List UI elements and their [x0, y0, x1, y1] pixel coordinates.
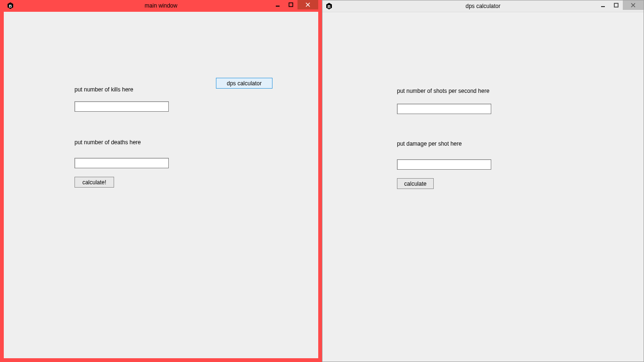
maximize-button[interactable]	[610, 0, 623, 10]
damage-per-shot-label: put damage per shot here	[397, 140, 462, 147]
maximize-button[interactable]	[284, 0, 297, 9]
svg-rect-2	[276, 6, 280, 7]
close-button[interactable]	[297, 0, 318, 9]
svg-rect-3	[289, 3, 293, 7]
svg-rect-8	[601, 6, 605, 7]
shots-per-second-input[interactable]	[397, 104, 491, 114]
client-area: put number of shots per second here put …	[322, 12, 644, 362]
dps-calculator-window: B dps calculator put number of shots per…	[322, 0, 644, 362]
titlebar[interactable]: B main window	[4, 0, 318, 12]
close-button[interactable]	[623, 0, 644, 10]
main-window: B main window dps calculator put number …	[0, 0, 322, 362]
window-controls	[271, 0, 318, 9]
kills-input[interactable]	[74, 101, 169, 112]
calculate-button[interactable]: calculate	[397, 178, 434, 189]
dps-calculator-button[interactable]: dps calculator	[216, 78, 272, 89]
deaths-input[interactable]	[74, 158, 169, 168]
svg-rect-9	[614, 3, 618, 7]
minimize-button[interactable]	[271, 0, 284, 9]
shots-per-second-label: put number of shots per second here	[397, 88, 489, 94]
minimize-button[interactable]	[596, 0, 610, 10]
damage-per-shot-input[interactable]	[397, 159, 491, 170]
window-title: dps calculator	[322, 0, 644, 12]
calculate-button[interactable]: calculate!	[74, 177, 114, 188]
deaths-label: put number of deaths here	[74, 139, 141, 146]
client-area: dps calculator put number of kills here …	[4, 12, 318, 358]
kills-label: put number of kills here	[74, 86, 133, 93]
window-controls	[596, 0, 644, 10]
titlebar[interactable]: B dps calculator	[322, 0, 644, 12]
